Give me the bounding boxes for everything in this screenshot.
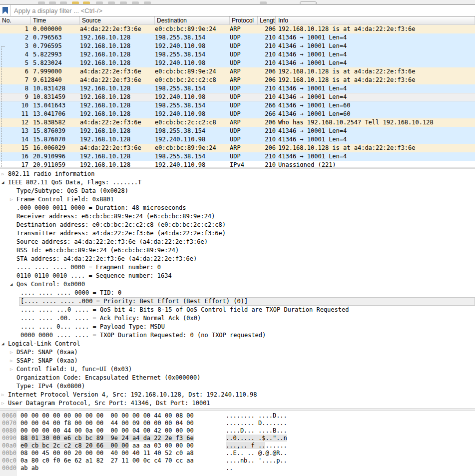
packet-row-17[interactable]: 1720.911059192.168.10.128192.240.110.98I… <box>0 161 475 167</box>
tree-expanded-icon[interactable]: ◢ <box>1 340 4 348</box>
tree-collapsed-icon[interactable]: ▷ <box>10 357 12 365</box>
packet-row-6[interactable]: 67.999000a4:da:22:2e:f3:6ee0:cb:bc:89:9e… <box>0 67 475 76</box>
detail-row-18[interactable]: .... .... .00. .... = Ack Policy: Normal… <box>0 314 475 323</box>
hex-bytes[interactable]: 88 01 30 00 e6 cb bc 89 9e 24 a4 da 22 2… <box>20 435 194 442</box>
packet-row-9[interactable]: 910.831459192.168.10.128192.240.110.98UD… <box>0 93 475 101</box>
column-header-length[interactable]: Length <box>258 16 276 24</box>
detail-row-13[interactable]: 0110 0110 0010 .... = Sequence number: 1… <box>0 272 475 280</box>
hex-bytes[interactable]: 00 00 00 00 44 00 0a 00 00 00 04 00 42 0… <box>20 427 194 435</box>
tree-collapsed-icon[interactable]: ▷ <box>1 391 4 399</box>
hex-ascii[interactable]: ..E.. .. @.@.@R.. <box>226 450 287 457</box>
cell-time: 5.823024 <box>31 59 80 67</box>
hex-bytes[interactable]: e0 cb bc 2c c2 c8 20 66 00 00 aa aa 03 0… <box>20 442 194 450</box>
tree-collapsed-icon[interactable]: ▷ <box>10 348 12 357</box>
column-header-time[interactable]: Time <box>31 16 80 24</box>
detail-row-15[interactable]: .... .... .... 0000 = TID: 0 <box>0 289 475 297</box>
column-header-source[interactable]: Source <box>80 16 155 24</box>
packet-row-8[interactable]: 810.831428192.168.10.128198.255.38.154UD… <box>0 84 475 93</box>
cell-time: 9.612840 <box>31 76 80 84</box>
tree-collapsed-icon[interactable]: ▷ <box>1 170 4 178</box>
hex-row-0070[interactable]: 007000 00 04 00 f8 00 00 00 44 00 09 00 … <box>0 420 475 427</box>
hex-row-00b0[interactable]: 00b008 00 45 00 00 20 00 00 40 00 40 11 … <box>0 450 475 457</box>
detail-row-22[interactable]: ▷DSAP: SNAP (0xaa) <box>0 348 475 357</box>
hex-ascii[interactable]: ........ ....D... <box>226 412 287 420</box>
packet-row-7[interactable]: 79.612840a4:da:22:2e:f3:6ee0:cb:bc:2c:c2… <box>0 76 475 84</box>
hex-row-00c0[interactable]: 00c00a 80 c0 f0 6e 62 a1 82 27 11 00 0c … <box>0 457 475 465</box>
detail-row-10[interactable]: BSS Id: e6:cb:bc:89:9e:24 (e6:cb:bc:89:9… <box>0 246 475 255</box>
cell-destination: 192.240.110.98 <box>155 135 230 144</box>
detail-row-24[interactable]: ▷Control field: U, func=UI (0x03) <box>0 365 475 374</box>
hex-row-00d0[interactable]: 00d0ab ab.. <box>0 465 475 472</box>
detail-row-7[interactable]: Destination address: e0:cb:bc:2c:c2:c8 (… <box>0 221 475 229</box>
column-header-info[interactable]: Info <box>276 16 475 24</box>
hex-bytes[interactable]: 08 00 45 00 00 20 00 00 40 00 40 11 40 5… <box>20 450 194 457</box>
detail-row-9[interactable]: Source address: a4:da:22:2e:f3:6e (a4:da… <box>0 238 475 246</box>
hex-bytes[interactable]: 00 00 04 00 f8 00 00 00 44 00 09 00 00 0… <box>20 420 194 427</box>
packet-row-1[interactable]: 10.000000a4:da:22:2e:f3:6ee0:cb:bc:89:9e… <box>0 25 475 33</box>
detail-row-5[interactable]: .000 0000 0011 0000 = Duration: 48 micro… <box>0 204 475 212</box>
packet-row-4[interactable]: 45.822993192.168.10.128198.255.38.154UDP… <box>0 50 475 59</box>
detail-row-21[interactable]: ◢Logical-Link Control <box>0 340 475 348</box>
cell-no: 12 <box>0 118 31 127</box>
packet-row-14[interactable]: 1415.876070192.168.10.128192.240.110.98U… <box>0 135 475 144</box>
detail-row-14[interactable]: ◢Qos Control: 0x0000 <box>0 280 475 289</box>
column-header-no[interactable]: No. <box>0 16 31 24</box>
cell-time: 15.876070 <box>31 135 80 144</box>
tree-expanded-icon[interactable]: ◢ <box>10 280 12 289</box>
packet-row-3[interactable]: 30.796595192.168.10.128192.240.110.98UDP… <box>0 42 475 50</box>
column-header-destination[interactable]: Destination <box>155 16 230 24</box>
cell-info: 41346 → 10001 Len=4 <box>276 135 475 144</box>
tree-collapsed-icon[interactable]: ▷ <box>10 195 12 204</box>
detail-row-1[interactable]: ▷802.11 radio information <box>0 170 475 178</box>
packet-row-2[interactable]: 20.796563192.168.10.128198.255.38.154UDP… <box>0 33 475 42</box>
display-filter-input[interactable] <box>11 5 475 16</box>
detail-row-28[interactable]: ▷User Datagram Protocol, Src Port: 41346… <box>0 399 475 408</box>
packet-list-pane[interactable]: No.TimeSourceDestinationProtocolLengthIn… <box>0 16 475 167</box>
column-header-protocol[interactable]: Protocol <box>230 16 258 24</box>
packet-row-11[interactable]: 1113.041706192.168.10.128192.240.110.98U… <box>0 110 475 118</box>
detail-row-12[interactable]: .... .... .... 0000 = Fragment number: 0 <box>0 263 475 272</box>
filter-bookmark-button[interactable] <box>0 5 11 16</box>
hex-row-0060[interactable]: 006000 00 00 00 00 00 00 00 00 00 00 00 … <box>0 412 475 420</box>
hex-bytes[interactable]: 00 00 00 00 00 00 00 00 00 00 00 00 44 0… <box>20 412 194 420</box>
detail-row-19[interactable]: .... .... 0... .... = Payload Type: MSDU <box>0 323 475 331</box>
tree-collapsed-icon[interactable]: ▷ <box>10 365 12 374</box>
detail-row-6[interactable]: Receiver address: e6:cb:bc:89:9e:24 (e6:… <box>0 212 475 221</box>
hex-ascii[interactable]: ...,.. f ........ <box>226 442 287 450</box>
hex-row-0090[interactable]: 009088 01 30 00 e6 cb bc 89 9e 24 a4 da … <box>0 435 475 442</box>
detail-row-20[interactable]: 0000 0000 .... .... = TXOP Duration Requ… <box>0 331 475 340</box>
detail-row-3[interactable]: Type/Subtype: QoS Data (0x0028) <box>0 187 475 195</box>
detail-row-16[interactable]: [.... .... .... .000 = Priority: Best Ef… <box>0 297 475 306</box>
detail-row-2[interactable]: ◢IEEE 802.11 QoS Data, Flags: .......T <box>0 178 475 187</box>
detail-row-8[interactable]: Transmitter address: a4:da:22:2e:f3:6e (… <box>0 229 475 238</box>
hex-bytes[interactable]: 0a 80 c0 f0 6e 62 a1 82 27 11 00 0c c4 7… <box>20 457 194 465</box>
detail-row-25[interactable]: Organization Code: Encapsulated Ethernet… <box>0 374 475 382</box>
detail-row-27[interactable]: ▷Internet Protocol Version 4, Src: 192.1… <box>0 391 475 399</box>
packet-row-5[interactable]: 55.823024192.168.10.128192.240.110.98UDP… <box>0 59 475 67</box>
packet-bytes-pane[interactable]: 006000 00 00 00 00 00 00 00 00 00 00 00 … <box>0 411 475 476</box>
hex-ascii[interactable]: ..0..... .$.."..n <box>226 435 287 442</box>
hex-row-00a0[interactable]: 00a0e0 cb bc 2c c2 c8 20 66 00 00 aa aa … <box>0 442 475 450</box>
hex-ascii[interactable]: .. <box>226 465 233 472</box>
tree-collapsed-icon[interactable]: ▷ <box>1 399 4 408</box>
toolbar-clipped[interactable] <box>0 0 475 4</box>
detail-text: Destination address: e0:cb:bc:2c:c2:c8 (… <box>16 221 226 229</box>
packet-row-12[interactable]: 1215.838582a4:da:22:2e:f3:6ee0:cb:bc:2c:… <box>0 118 475 127</box>
hex-bytes[interactable]: ab ab <box>20 465 38 472</box>
packet-row-10[interactable]: 1013.041643192.168.10.128198.255.38.154U… <box>0 101 475 110</box>
detail-row-26[interactable]: Type: IPv4 (0x0800) <box>0 382 475 391</box>
detail-row-11[interactable]: STA address: a4:da:22:2e:f3:6e (a4:da:22… <box>0 255 475 263</box>
detail-row-23[interactable]: ▷SSAP: SNAP (0xaa) <box>0 357 475 365</box>
tree-expanded-icon[interactable]: ◢ <box>1 178 4 187</box>
hex-row-0080[interactable]: 008000 00 00 00 44 00 0a 00 00 00 04 00 … <box>0 427 475 435</box>
hex-ascii[interactable]: ........ D....... <box>226 420 287 427</box>
detail-text: .... .... 0... .... = Payload Type: MSDU <box>20 323 165 331</box>
packet-row-15[interactable]: 1516.006029a4:da:22:2e:f3:6ee0:cb:bc:89:… <box>0 144 475 152</box>
hex-ascii[interactable]: ....D... ....B... <box>226 427 287 435</box>
packet-row-16[interactable]: 1620.910996192.168.10.128198.255.38.154U… <box>0 152 475 161</box>
hex-ascii[interactable]: ....nb.. '....p.. <box>226 457 287 465</box>
packet-row-13[interactable]: 1315.876039192.168.10.128198.255.38.154U… <box>0 127 475 135</box>
detail-row-17[interactable]: .... .... ...0 .... = QoS bit 4: Bits 8-… <box>0 306 475 314</box>
detail-row-4[interactable]: ▷Frame Control Field: 0x8801 <box>0 195 475 204</box>
packet-details-pane[interactable]: ▷802.11 radio information◢IEEE 802.11 Qo… <box>0 169 475 409</box>
